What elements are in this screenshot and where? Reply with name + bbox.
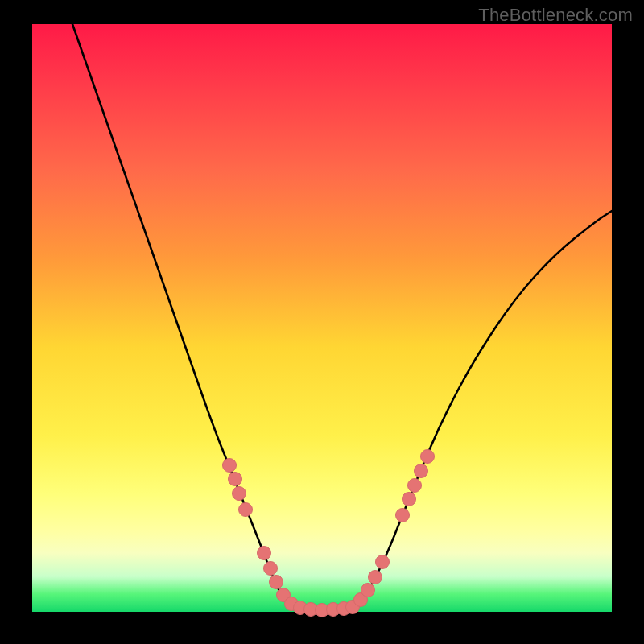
data-dot [396, 509, 410, 522]
data-dot [415, 464, 428, 478]
data-dot [264, 562, 278, 576]
data-dot [361, 584, 375, 597]
data-dot [369, 571, 382, 584]
curve-svg [32, 24, 612, 612]
bottleneck-curve [72, 24, 612, 610]
data-dot [408, 479, 422, 493]
data-dot [402, 493, 416, 506]
data-dot [258, 547, 271, 560]
data-dot [421, 450, 435, 464]
data-dot [376, 555, 390, 569]
watermark-text: TheBottleneck.com [478, 5, 633, 26]
data-dot [270, 576, 283, 589]
data-dot [239, 503, 253, 517]
data-dot [233, 487, 246, 501]
plot-area [32, 24, 612, 612]
data-dot [229, 473, 242, 486]
data-dot [223, 459, 237, 473]
chart-frame: TheBottleneck.com [0, 0, 644, 644]
data-dots [223, 450, 435, 617]
